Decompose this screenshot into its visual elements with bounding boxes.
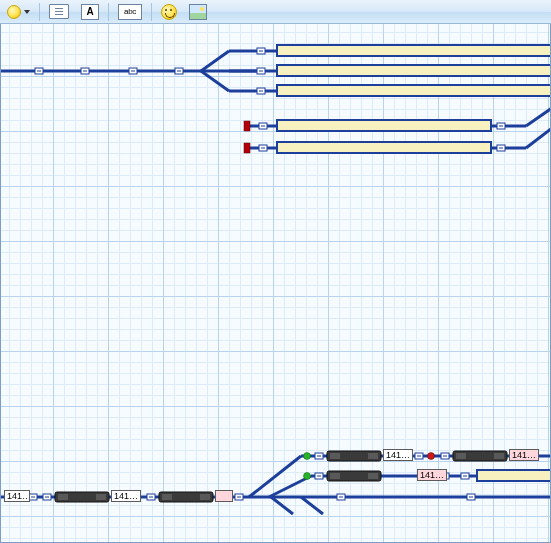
- textbox-icon: [49, 4, 69, 19]
- block-upper-1[interactable]: [277, 45, 551, 56]
- block-label[interactable]: 141…: [4, 490, 30, 502]
- yellow-circle-icon: [7, 5, 21, 19]
- smiley-button[interactable]: [158, 2, 180, 22]
- abc-icon: abc: [118, 4, 142, 20]
- toolbar-separator: [151, 3, 152, 21]
- locomotive-bottom-a[interactable]: [55, 492, 109, 502]
- toolbar: A abc: [0, 0, 551, 24]
- app-window: A abc: [0, 0, 551, 543]
- locomotive-upper-a[interactable]: [327, 451, 381, 461]
- block-label[interactable]: 141…: [383, 449, 413, 461]
- toolbar-separator: [108, 3, 109, 21]
- block-upper-5[interactable]: [277, 142, 491, 153]
- block-label-pink[interactable]: 141…: [417, 469, 447, 481]
- track-schematic: [1, 24, 551, 543]
- block-upper-4[interactable]: [277, 120, 491, 131]
- letter-a-icon: A: [81, 4, 99, 20]
- locomotive-upper-c[interactable]: [327, 471, 381, 481]
- smiley-icon: [161, 4, 177, 20]
- locomotive-bottom-b[interactable]: [159, 492, 213, 502]
- textbox-button[interactable]: [46, 2, 72, 22]
- toolbar-separator: [39, 3, 40, 21]
- picture-button[interactable]: [186, 2, 210, 22]
- block-label-pink[interactable]: 141…: [509, 449, 539, 461]
- block-upper-3[interactable]: [277, 85, 551, 96]
- block-label[interactable]: 141…: [111, 490, 141, 502]
- block-upper-2[interactable]: [277, 65, 551, 76]
- block-lower-right[interactable]: [477, 470, 551, 481]
- text-frame-button[interactable]: A: [78, 2, 102, 22]
- marker-dropdown-button[interactable]: [4, 2, 33, 22]
- chevron-down-icon: [24, 10, 30, 14]
- canvas-viewport[interactable]: 141… 141… 141… 141… 141…: [0, 24, 551, 543]
- abc-label-button[interactable]: abc: [115, 2, 145, 22]
- picture-icon: [189, 4, 207, 20]
- locomotive-upper-b[interactable]: [453, 451, 507, 461]
- block-label-pink[interactable]: [215, 490, 233, 502]
